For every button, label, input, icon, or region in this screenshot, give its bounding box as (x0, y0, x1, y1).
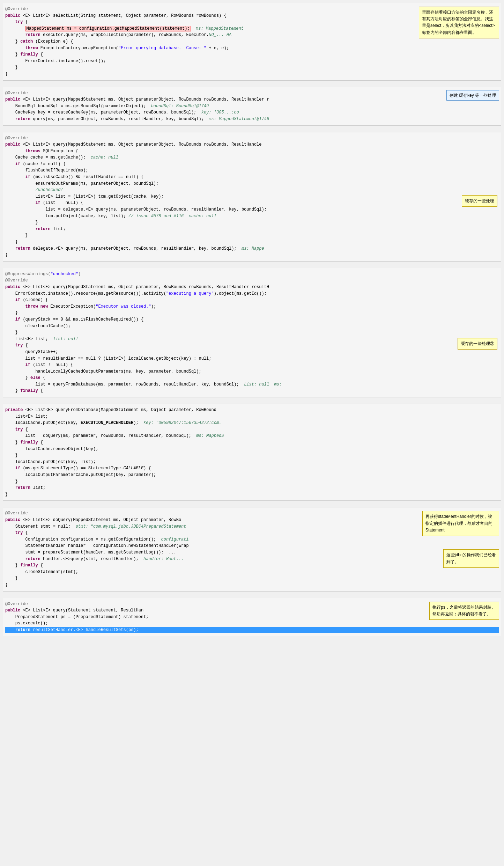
tooltip-4: 缓存的一些处理② (458, 338, 497, 350)
code-line: Cache cache = ms.getCache(); cache: null (5, 154, 497, 161)
code-line: StatementHandler handler = configuration… (5, 543, 499, 549)
code-block-3: @Override public <E> List<E> query(Mappe… (3, 132, 501, 262)
code-line: @Override (5, 601, 499, 608)
code-line: return query(ms, parameterObject, rowBou… (5, 116, 499, 123)
code-line: public <E> List<E> query(MappedStatement… (5, 96, 499, 103)
code-line: } (5, 232, 497, 239)
code-line: ErrorContext.instance().reset(); (5, 58, 499, 65)
code-line: } (5, 478, 499, 485)
code-line: } (5, 329, 499, 336)
code-section-6: @Override public <E> List<E> doQuery(Map… (3, 507, 501, 591)
code-line: throw new ExecutorException("Executor wa… (5, 303, 499, 310)
code-section-7: @Override public <E> List<E> query(State… (3, 598, 501, 637)
code-line: } (5, 582, 499, 588)
code-line: if (ms.isUseCache() && resultHandler == … (5, 174, 497, 181)
code-section-5: private <E> List<E> queryFromDatabase(Ma… (3, 404, 501, 501)
code-section-1: @Override public <E> List<E> selectList(… (3, 3, 501, 81)
code-line: localCache.removeObject(key); (5, 446, 499, 453)
code-section-4: @SuppressWarnings("unchecked") @Override… (3, 268, 501, 397)
code-line: if (list == null) { (5, 200, 497, 206)
code-block-4: @SuppressWarnings("unchecked") @Override… (3, 268, 501, 397)
code-line: ps.execute(); (5, 620, 499, 627)
code-line: } (5, 491, 499, 498)
code-block-2: @Override public <E> List<E> query(Mappe… (3, 87, 501, 126)
code-line: List<E> list = (List<E>) tcm.getObject(c… (5, 193, 497, 200)
code-line: return handler.<E>query(stmt, resultHand… (5, 556, 499, 563)
code-line: return list; (5, 226, 497, 233)
tooltip-3: 缓存的一些处理 (462, 195, 497, 207)
code-line: stmt = prepareStatement(handler, ms.getS… (5, 549, 499, 556)
code-line: } (5, 71, 499, 78)
code-line: list = resultHandler == null ? (List<E>)… (5, 355, 499, 362)
code-line: public <E> List<E> query(Statement state… (5, 607, 499, 614)
code-line: try { (5, 342, 499, 349)
code-line-selected: return resultSetHandler.<E> handleResult… (5, 627, 499, 633)
code-line: handleLocallyCachedOutputParameters(ms, … (5, 368, 499, 375)
code-line: try { (5, 426, 499, 433)
code-line: CacheKey key = createCacheKey(ms, parame… (5, 109, 499, 116)
tooltip-6a: 再获得stateMentHandler的时候，被指定的插件进行代理，然后才客目的… (422, 511, 499, 536)
code-line: } (5, 252, 497, 258)
code-line: @Override (5, 135, 497, 142)
tooltip-2: 创建 缓存key 等一些处理 (446, 90, 499, 101)
code-line: public <E> List<E> query(MappedStatement… (5, 284, 499, 291)
code-line: } (5, 239, 497, 245)
code-line: } (5, 64, 499, 71)
code-block-7: @Override public <E> List<E> query(State… (3, 598, 501, 637)
code-line: localOutputParameterCache.putObject(key,… (5, 472, 499, 478)
code-line: } (5, 310, 499, 316)
code-line: throws SQLException { (5, 148, 497, 155)
code-line: PreparedStatement ps = (PreparedStatemen… (5, 614, 499, 621)
code-section-2: @Override public <E> List<E> query(Mappe… (3, 87, 501, 126)
tooltip-7: 执行ps，之后将返回的结果封装。然后再返回；具体的就不看了。 (429, 602, 499, 620)
annotation: @Override (5, 7, 28, 12)
code-line: ensureNoOutParams(ms, parameterObject, b… (5, 181, 497, 187)
code-line: flushCacheIfRequired(ms); (5, 167, 497, 174)
code-line: } catch (Exception e) { (5, 38, 499, 45)
code-line: throw ExceptionFactory.wrapException("Er… (5, 45, 499, 52)
code-line: } (5, 452, 499, 459)
code-line: if (queryStack == 0 && ms.isFlushCacheRe… (5, 316, 499, 323)
tooltip-6b: 这些jdbc的操作我们已经看到了。 (443, 549, 499, 567)
code-line: if (cache != null) { (5, 161, 497, 168)
code-line: } else { (5, 375, 499, 381)
code-line: localCache.putObject(key, list); (5, 459, 499, 465)
code-line: } (5, 575, 499, 582)
code-line: private <E> List<E> queryFromDatabase(Ma… (5, 407, 499, 413)
code-line: ErrorContext.instance().resource(ms.getR… (5, 291, 499, 297)
code-line: @SuppressWarnings("unchecked") (5, 271, 499, 278)
code-block-6: @Override public <E> List<E> doQuery(Map… (3, 507, 501, 591)
code-line: if (ms.getStatementType() == StatementTy… (5, 465, 499, 472)
code-line: return delegate.<E> query(ms, parameterO… (5, 245, 497, 252)
code-section-3: @Override public <E> List<E> query(Mappe… (3, 132, 501, 262)
code-line: if (closed) { (5, 297, 499, 303)
code-block-1: @Override public <E> List<E> selectList(… (3, 3, 501, 81)
code-block-5: private <E> List<E> queryFromDatabase(Ma… (3, 404, 501, 501)
code-line: @Override (5, 277, 499, 284)
code-line: tcm.putObject(cache, key, list); // issu… (5, 213, 497, 220)
code-line: return list; (5, 485, 499, 491)
tooltip-1: 里面存储着接口方法的全限定名称，还有其方法对应的标签的全部信息。我这里是sele… (419, 7, 499, 38)
code-line: closeStatement(stmt); (5, 569, 499, 575)
code-line: list = doQuery(ms, parameter, rowBounds,… (5, 433, 499, 439)
code-line: List<E> list; list: null (5, 336, 499, 343)
code-line: if (list != null) { (5, 362, 499, 368)
code-line: @Override (5, 90, 499, 97)
code-line: List<E> list; (5, 413, 499, 420)
code-line: BoundSql boundSql = ms.getBoundSql(param… (5, 103, 499, 110)
code-line: Configuration configuration = ms.getConf… (5, 536, 499, 543)
code-line: list = delegate.<E> query(ms, parameterO… (5, 206, 497, 213)
code-line: } finally { (5, 562, 499, 569)
code-line: localCache.putObject(key, EXECUTION_PLAC… (5, 420, 499, 426)
code-line: } finally { (5, 439, 499, 446)
code-line: } finally { (5, 51, 499, 58)
code-line: } finally { (5, 388, 499, 394)
code-line: /unchecked/ (5, 187, 497, 193)
code-line: public <E> List<E> query(MappedStatement… (5, 141, 497, 148)
code-line: list = queryFromDatabase(ms, parameter, … (5, 381, 499, 388)
code-line: clearLocalCache(); (5, 323, 499, 330)
code-line: queryStack++; (5, 349, 499, 355)
code-line: } (5, 219, 497, 226)
